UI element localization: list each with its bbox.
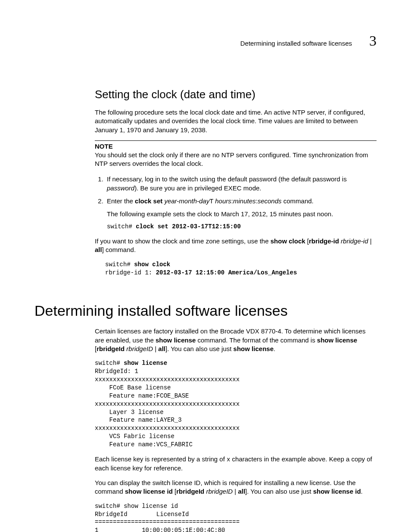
code3-body: RbridgeId: 1 xxxxxxxxxxxxxxxxxxxxxxxxxxx… — [95, 368, 240, 448]
section-content: Certain licenses are factory installed o… — [95, 327, 377, 532]
p3-rb: rbridgeId — [176, 488, 204, 495]
intro-paragraph: The following procedure sets the local c… — [95, 108, 377, 134]
running-header: Determining installed software licenses … — [34, 33, 377, 49]
licenses-p1: Certain licenses are factory installed o… — [95, 327, 377, 353]
note-rule — [95, 140, 377, 141]
code2-prompt: switch# — [105, 261, 134, 268]
procedure-list: If necessary, log in to the switch using… — [95, 175, 377, 231]
section-heading: Determining installed software licenses — [34, 302, 377, 319]
step-2-T: T — [209, 197, 215, 205]
p1-rb: rbridgeId — [97, 345, 125, 352]
step-2-text-a: Enter the — [107, 197, 135, 205]
code2-cmd: show clock — [134, 261, 170, 268]
show-clock-paragraph: If you want to show the clock and time z… — [95, 237, 377, 255]
page: Determining installed software licenses … — [0, 0, 411, 532]
code-block-show-license-id: switch# show license id RbridgeId Licens… — [95, 502, 377, 532]
step-2-arg-minutes: minutes — [233, 197, 256, 205]
chapter-number: 3 — [369, 33, 377, 49]
step-1-text-b: ). Be sure you are in privileged EXEC mo… — [134, 184, 261, 192]
content-area: Setting the clock (date and time) The fo… — [95, 88, 377, 277]
code-block-clock-set: switch# clock set 2012-03-17T12:15:00 — [107, 223, 377, 231]
step-1-text-a: If necessary, log in to the switch using… — [107, 175, 347, 183]
step-2-arg-seconds: seconds — [258, 197, 282, 205]
step-2-arg-ymd: year-month-day — [164, 197, 209, 205]
code3-prompt: switch# — [95, 360, 124, 367]
p1-cmd3: show license — [234, 345, 274, 352]
p3-b: [ — [173, 488, 176, 495]
step-2-command: clock set — [135, 197, 162, 205]
step-1: If necessary, log in to the switch using… — [105, 175, 377, 193]
show-clock-pipe: | — [368, 237, 371, 245]
p1-e: . — [274, 345, 275, 352]
show-clock-cmd: show clock — [271, 237, 305, 245]
p2-a: Each license key is represented by a str… — [95, 455, 227, 463]
code2-line2a: rbridge-id 1: — [105, 269, 156, 276]
step-2-example-text: The following example sets the clock to … — [107, 210, 377, 218]
code3-cmd: show license — [124, 360, 167, 367]
show-clock-c: ] command. — [102, 246, 136, 253]
code-prompt: switch# — [107, 223, 136, 230]
p3-rbid: rbridgeID — [206, 488, 233, 495]
code-command: clock set 2012-03-17T12:15:00 — [136, 223, 241, 230]
show-clock-a: If you want to show the clock and time z… — [95, 237, 271, 245]
note-body: You should set the clock only if there a… — [95, 151, 377, 168]
p1-all: all — [158, 345, 165, 352]
step-1-password: password — [107, 184, 134, 192]
p1-pipe: | — [153, 345, 158, 352]
running-title: Determining installed software licenses — [240, 40, 352, 47]
p1-rbid: rbridgeID — [126, 345, 153, 352]
p3-all: all — [238, 488, 245, 495]
licenses-p3: You can display the switch license ID, w… — [95, 479, 377, 496]
step-2-arg-hours: hours — [215, 197, 231, 205]
step-2: Enter the clock set year-month-dayT hour… — [105, 197, 377, 231]
show-clock-b: [ — [305, 237, 309, 245]
show-clock-rbridge: rbridge-id — [309, 237, 339, 245]
p3-d: . — [361, 488, 363, 495]
p1-b: command. The format of the command is — [196, 336, 317, 344]
subsection-heading: Setting the clock (date and time) — [95, 88, 377, 101]
show-clock-rbridge-id: rbridge-id — [341, 237, 368, 245]
code-block-show-clock: switch# show clock rbridge-id 1: 2012-03… — [105, 261, 377, 277]
p1-cmd1: show license — [156, 336, 196, 344]
p3-cmd1: show license id — [125, 488, 173, 495]
step-2-text-c: command. — [282, 197, 314, 205]
p1-d: ]. You can also use just — [165, 345, 234, 352]
p3-c: ]. You can also use just — [245, 488, 313, 495]
code-block-show-license: switch# show license RbridgeId: 1 xxxxxx… — [95, 359, 377, 449]
p1-cmd2: show license — [317, 336, 357, 344]
code2-line2b: 2012-03-17 12:15:00 America/Los_Angeles — [156, 269, 297, 276]
note-label: NOTE — [95, 143, 377, 150]
licenses-p2: Each license key is represented by a str… — [95, 455, 377, 473]
p3-pipe: | — [233, 488, 238, 495]
show-clock-all: all — [95, 246, 102, 253]
p3-cmd2: show license id — [313, 488, 361, 495]
